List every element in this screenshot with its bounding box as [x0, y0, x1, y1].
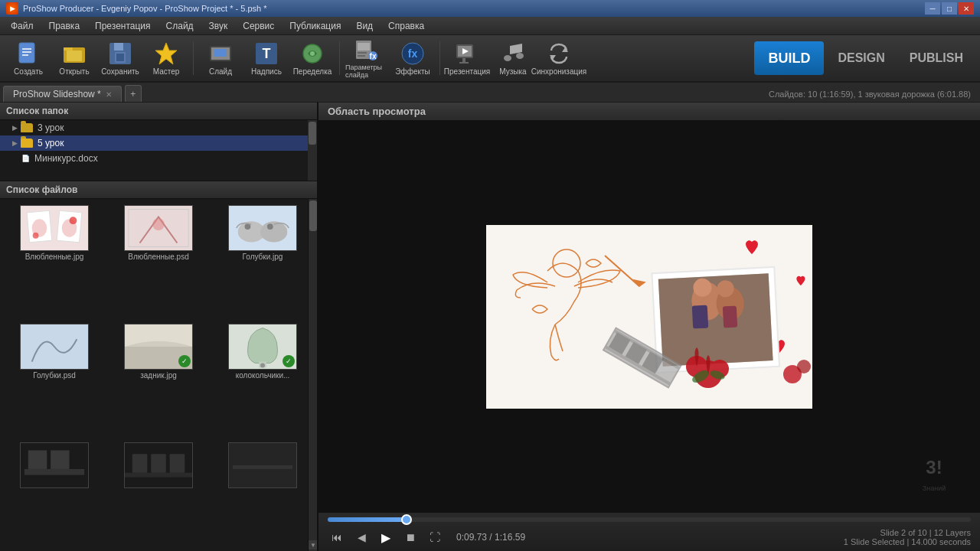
preview-area: 3! Знаний: [318, 121, 980, 512]
save-button[interactable]: Сохранить: [98, 37, 142, 79]
music-button[interactable]: Музыка: [491, 37, 535, 79]
menu-file[interactable]: Файл: [3, 18, 41, 34]
playback-bar: ⏮ ◀ ▶ ⏹ ⛶ 0:09.73 / 1:16.59 Slide 2 of 1…: [318, 512, 980, 551]
maximize-button[interactable]: □: [942, 2, 957, 15]
svg-text:3!: 3!: [926, 457, 942, 478]
used-badge: ✓: [283, 355, 295, 367]
svg-point-56: [260, 364, 265, 368]
file-thumb: [20, 205, 89, 251]
caption-button[interactable]: T Надпись: [244, 37, 289, 79]
menu-edit[interactable]: Правка: [41, 18, 88, 34]
sync-button[interactable]: Синхронизация: [537, 37, 581, 79]
play-button[interactable]: ▶: [377, 528, 395, 546]
svg-rect-59: [28, 450, 47, 468]
tab-label: ProShow Slideshow *: [13, 89, 101, 99]
preview-canvas: [486, 225, 812, 409]
svg-rect-62: [125, 473, 192, 478]
folder-tree: ▶ 3 урок ▶ 5 урок 📄 Миникурс.docx: [0, 120, 317, 181]
close-button[interactable]: ✕: [959, 2, 974, 15]
design-button[interactable]: DESIGN: [827, 41, 895, 75]
toolbar-separator-1: [193, 41, 194, 75]
publish-button[interactable]: PUBLISH: [899, 41, 974, 75]
presentation-button[interactable]: Презентация: [445, 37, 489, 79]
svg-rect-22: [358, 55, 365, 57]
menu-view[interactable]: Вид: [348, 18, 381, 34]
file-item-shelf[interactable]: [3, 439, 106, 548]
menu-publish[interactable]: Публикация: [282, 18, 348, 34]
right-panel: Область просмотра: [318, 103, 980, 551]
file-item-shelf3[interactable]: [211, 439, 314, 548]
svg-rect-65: [170, 454, 185, 472]
svg-text:Знаний: Знаний: [923, 484, 946, 492]
file-name: задник.jpg: [140, 371, 177, 380]
file-item-golubki-psd[interactable]: Голубки.psd: [3, 321, 106, 438]
watermark: 3! Знаний: [903, 451, 965, 497]
progress-thumb[interactable]: [401, 514, 412, 525]
svg-rect-80: [723, 305, 737, 328]
add-tab-button[interactable]: +: [125, 85, 142, 102]
progress-fill: [328, 517, 405, 522]
file-grid: Влюбленные.jpg Влюбленные.psd: [0, 199, 317, 551]
build-button[interactable]: BUILD: [754, 41, 824, 75]
open-button[interactable]: Открыть: [52, 37, 96, 79]
menu-slide[interactable]: Слайд: [158, 18, 201, 34]
folder-item-5urok[interactable]: ▶ 5 урок: [0, 135, 317, 151]
menu-service[interactable]: Сервис: [235, 18, 282, 34]
slide-button[interactable]: Слайд: [198, 37, 243, 79]
svg-point-94: [797, 360, 811, 373]
retouching-button[interactable]: Переделка: [290, 37, 335, 79]
svg-text:fx: fx: [408, 47, 418, 60]
file-grid-container: Влюбленные.jpg Влюбленные.psd: [0, 199, 317, 551]
tab-close-icon[interactable]: ✕: [106, 90, 112, 99]
tab-slide-info: Слайдов: 10 (1:16:59), 1 звуковая дорожк…: [769, 90, 977, 102]
tab-bar: ProShow Slideshow * ✕ + Слайдов: 10 (1:1…: [0, 83, 980, 103]
folder-tree-scrollbar[interactable]: [308, 120, 317, 181]
minimize-button[interactable]: ─: [925, 2, 940, 15]
svg-point-50: [267, 223, 273, 230]
slide-params-button[interactable]: fx Параметры слайда: [345, 37, 389, 79]
toolbar-separator-2: [339, 41, 340, 75]
main-area: Список папок ▶ 3 урок ▶ 5 урок 📄 Миникур…: [0, 103, 980, 551]
folder-item-minikurs[interactable]: 📄 Миникурс.docx: [0, 151, 317, 166]
file-name: Голубки.jpg: [243, 253, 283, 261]
folder-item-3urok[interactable]: ▶ 3 урок: [0, 120, 317, 135]
go-start-button[interactable]: ⏮: [328, 528, 346, 546]
svg-text:fx: fx: [370, 52, 377, 60]
file-name: колокольчики...: [236, 371, 290, 380]
scroll-down-arrow[interactable]: ▼: [309, 540, 317, 549]
file-thumb: [124, 205, 193, 251]
scroll-thumb: [309, 201, 317, 231]
svg-rect-5: [64, 47, 73, 51]
svg-rect-0: [19, 43, 34, 63]
file-item-vlublennye-psd[interactable]: Влюбленные.psd: [107, 202, 210, 319]
menu-presentation[interactable]: Презентация: [87, 18, 158, 34]
file-thumb: ✓: [124, 324, 193, 370]
menu-bar: Файл Правка Презентация Слайд Звук Серви…: [0, 17, 980, 35]
svg-rect-21: [358, 52, 367, 54]
project-tab[interactable]: ProShow Slideshow * ✕: [3, 86, 122, 102]
playback-controls: ⏮ ◀ ▶ ⏹ ⛶ 0:09.73 / 1:16.59 Slide 2 of 1…: [328, 528, 971, 546]
svg-point-18: [310, 51, 315, 56]
file-item-kolokol[interactable]: ✓ колокольчики...: [211, 321, 314, 438]
svg-rect-6: [67, 51, 82, 61]
used-badge: ✓: [178, 355, 191, 367]
toolbar-separator-3: [439, 41, 440, 75]
file-grid-scrollbar[interactable]: ▼: [308, 199, 317, 551]
preview-image: [486, 225, 812, 409]
file-item-vlublennye-jpg[interactable]: Влюбленные.jpg: [3, 202, 106, 319]
svg-rect-20: [358, 43, 370, 51]
master-button[interactable]: Мастер: [144, 37, 188, 79]
stop-button[interactable]: ⏹: [401, 528, 420, 546]
effects-button[interactable]: fx Эффекты: [390, 37, 435, 79]
file-item-shelf2[interactable]: [107, 439, 210, 548]
progress-track[interactable]: [328, 517, 971, 522]
create-button[interactable]: Создать: [6, 37, 51, 79]
menu-help[interactable]: Справка: [381, 18, 432, 34]
file-item-zadnik[interactable]: ✓ задник.jpg: [107, 321, 210, 438]
prev-frame-button[interactable]: ◀: [352, 528, 371, 546]
mode-group: BUILD DESIGN PUBLISH: [754, 41, 974, 75]
file-item-golubki-jpg[interactable]: Голубки.jpg: [211, 202, 314, 319]
svg-rect-60: [51, 450, 69, 468]
menu-sound[interactable]: Звук: [201, 18, 236, 34]
fullscreen-button[interactable]: ⛶: [426, 528, 444, 546]
